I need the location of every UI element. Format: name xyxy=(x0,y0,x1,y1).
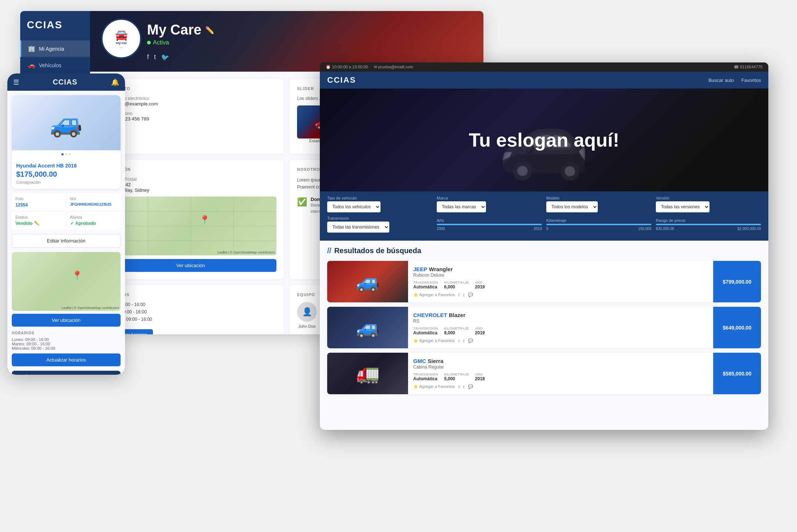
transmision-label: Transmisión xyxy=(327,216,432,220)
gmc-actions[interactable]: ⭐ Agregar a Favoritos f t 💬 xyxy=(413,384,708,389)
chevy-add-fav[interactable]: ⭐ Agregar a Favoritos xyxy=(413,338,455,343)
transmision-select[interactable]: Todas las transmisiones xyxy=(327,222,389,233)
precio-min: $30,000.00 xyxy=(656,227,674,231)
gmc-add-fav[interactable]: ⭐ Agregar a Favoritos xyxy=(413,384,455,389)
gmc-car-emoji: 🚛 xyxy=(356,362,380,385)
sidebar-item-mi-agencia[interactable]: 🏢 Mi Agencia xyxy=(20,40,90,57)
mobile-alianza-cell: Alianza ✓ Aprobado xyxy=(67,212,121,230)
mobile-horario-2: Martes: 09:00 - 16:00 xyxy=(12,342,121,346)
whatsapp-icon[interactable]: 🐦 xyxy=(161,53,169,61)
browser-window: ⏰ 10:00:00 a 19:00:00 ✉ prueba@imailt.co… xyxy=(320,62,768,430)
mobile-horarios-section: HORARIOS Lunes: 09:00 - 16:00 Martes: 09… xyxy=(7,331,125,351)
agency-dots: ... xyxy=(120,45,123,48)
ver-ubicacion-button[interactable]: Ver ubicación xyxy=(105,259,276,272)
mobile-menu-icon[interactable]: ☰ xyxy=(13,78,19,86)
ano-track xyxy=(437,224,542,225)
agency-name: My Care xyxy=(147,22,201,38)
mobile-horarios-title: HORARIOS xyxy=(12,331,121,335)
km-label: Kilometraje xyxy=(546,218,651,223)
facebook-icon[interactable]: f xyxy=(147,53,149,61)
tipo-select[interactable]: Todos los vehículos xyxy=(327,201,380,212)
mobile-car-card: 🚙 Hyundai Accent HB 2018 $175,000.00 Con… xyxy=(12,95,121,189)
equipo-name-1: John Doe xyxy=(297,324,317,328)
ano-min: 2000 xyxy=(437,227,445,231)
nav-buscar-auto[interactable]: Buscar auto xyxy=(708,78,734,83)
browser-topbar: ⏰ 10:00:00 a 19:00:00 ✉ prueba@imailt.co… xyxy=(320,62,768,72)
chevy-share-tw[interactable]: t xyxy=(463,339,464,343)
jeep-add-fav[interactable]: ⭐ Agregar a Favoritos xyxy=(413,292,455,297)
mobile-body: 🚙 Hyundai Accent HB 2018 $175,000.00 Con… xyxy=(7,91,125,375)
jeep-price: $799,000.00 xyxy=(713,261,761,302)
chevy-specs: TRANSMISIÓN Automática KILOMETRAJE 9,000… xyxy=(413,327,708,335)
jeep-share-wa[interactable]: 💬 xyxy=(468,292,473,297)
jeep-share-fb[interactable]: f xyxy=(458,293,460,297)
nav-favoritos[interactable]: Favoritos xyxy=(741,78,761,83)
alianza-label: Alianza xyxy=(70,215,117,219)
agency-status: Activa xyxy=(147,39,214,46)
jeep-year: AÑO 2019 xyxy=(475,281,485,290)
horario-miercoles: Miércoles: 09:00 - 16:00 xyxy=(105,317,276,322)
estatus-label: Estatus xyxy=(15,215,62,219)
modelo-select[interactable]: Todos los modelos xyxy=(546,201,598,212)
map-grid xyxy=(191,197,191,255)
gmc-image: 🚛 xyxy=(327,353,408,394)
jeep-trans-val: Automática xyxy=(413,284,438,290)
chevy-share-fb[interactable]: f xyxy=(458,339,460,343)
sidebar-item-vehiculos[interactable]: 🚗 Vehículos xyxy=(20,57,90,73)
jeep-share-tw[interactable]: t xyxy=(463,293,464,297)
gmc-share-wa[interactable]: 💬 xyxy=(468,384,473,389)
map-pin-icon: 📍 xyxy=(199,215,210,225)
dot-2 xyxy=(65,153,67,155)
mobile-dots xyxy=(12,153,121,155)
results-title: // Resultados de búsqueda xyxy=(327,247,761,255)
niv-label: NIV xyxy=(70,197,117,201)
gmc-share-fb[interactable]: f xyxy=(458,385,460,389)
gmc-year: AÑO 2018 xyxy=(475,373,485,381)
edit-agency-icon[interactable]: ✏️ xyxy=(205,26,214,35)
status-dot xyxy=(147,41,151,44)
gmc-share-tw[interactable]: t xyxy=(463,385,464,389)
mobile-car-type: Consignación xyxy=(16,180,116,184)
chevy-actions[interactable]: ⭐ Agregar a Favoritos f t 💬 xyxy=(413,338,708,343)
mobile-ubicacion-button[interactable]: Ver ubicación xyxy=(12,314,121,327)
filter-precio: Rango de precio $30,000.00 $2,000,000.00 xyxy=(656,218,761,231)
edit-estatus-icon[interactable]: ✏️ xyxy=(34,221,40,226)
feature-1-icon: ✅ xyxy=(297,197,307,207)
filter-transmision: Transmisión Todas las transmisiones xyxy=(327,216,432,233)
jeep-model: Wrangler xyxy=(429,266,453,272)
jeep-image: 🚙 xyxy=(327,261,408,302)
filter-tipo: Tipo de vehículo Todos los vehículos xyxy=(327,196,432,212)
map-container: 📍 Leaflet | © OpenStreetMap contributors xyxy=(105,197,276,255)
direccion-value: Sherman 42 xyxy=(105,182,276,187)
tipo-label: Tipo de vehículo xyxy=(327,196,432,200)
filter-row-1: Tipo de vehículo Todos los vehículos Mar… xyxy=(327,196,761,212)
car-icon: 🚗 xyxy=(28,62,35,69)
marca-select[interactable]: Todas las marcas xyxy=(437,201,486,212)
chevy-share-wa[interactable]: 💬 xyxy=(468,338,473,343)
social-links: f t 🐦 xyxy=(147,53,169,61)
gmc-model: Sierra xyxy=(428,358,443,364)
mobile-horario-1: Lunes: 09:00 - 16:00 xyxy=(12,337,121,342)
mobile-map: 📍 Leaflet | © OpenStreetMap contributors xyxy=(12,252,121,311)
mobile-horarios-button[interactable]: Actualizar horarios xyxy=(12,353,121,366)
km-max: 150,000 xyxy=(638,227,651,231)
twitter-icon[interactable]: t xyxy=(154,53,156,61)
horarios-title: HORARIOS xyxy=(105,292,276,297)
mobile-horario-3: Miércoles: 09:00 - 16:00 xyxy=(12,346,121,351)
mobile-map-bg xyxy=(12,252,121,311)
jeep-actions[interactable]: ⭐ Agregar a Favoritos f t 💬 xyxy=(413,292,708,297)
filter-modelo: Modelo Todos los modelos xyxy=(546,196,651,212)
mobile-bell-icon[interactable]: 🔔 xyxy=(111,78,119,86)
agency-icon: 🏢 xyxy=(28,45,35,52)
version-select[interactable]: Todas las versiones xyxy=(656,201,710,212)
results-section: // Resultados de búsqueda 🚙 JEEP Wrangle… xyxy=(320,241,768,430)
filter-bar: Tipo de vehículo Todos los vehículos Mar… xyxy=(320,191,768,241)
mobile-map-attribution: Leaflet | © OpenStreetMap contributors xyxy=(61,306,119,310)
mobile-header: ☰ CCIAS 🔔 xyxy=(7,73,125,91)
mobile-folio-cell: Folio 12354 xyxy=(12,193,66,211)
filter-ano: Año 2000 2019 xyxy=(437,218,542,231)
browser-navbar: CCIAS Buscar auto Favoritos xyxy=(320,72,768,89)
mobile-edit-button[interactable]: Editar información xyxy=(12,234,121,248)
mobile-estatus-cell: Estatus Vendido ✏️ xyxy=(12,212,66,230)
chevy-image: 🚙 xyxy=(327,307,408,348)
